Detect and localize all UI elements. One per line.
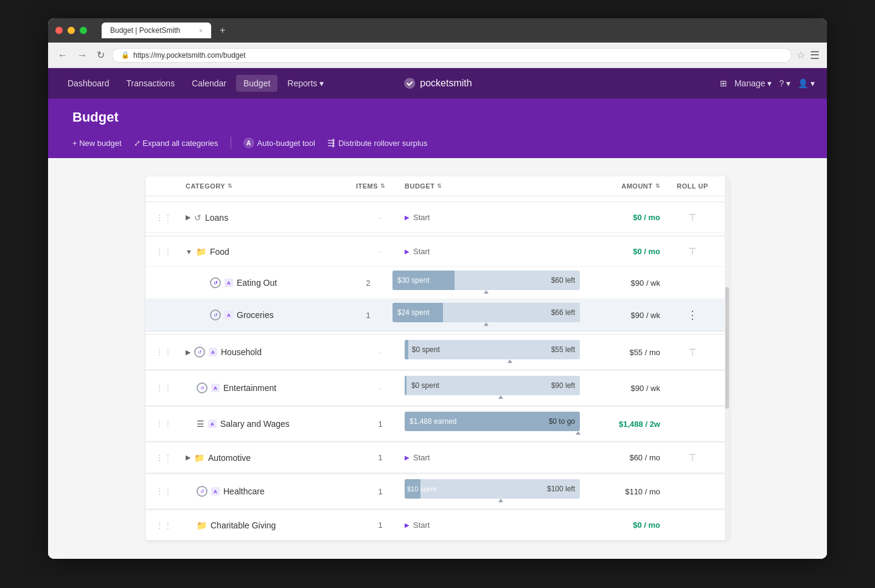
budget-sort-icon[interactable]: ⇅ bbox=[437, 183, 442, 189]
charitable-budget-col: ▶ Start bbox=[405, 518, 580, 532]
close-button[interactable] bbox=[55, 27, 63, 34]
food-budget-col: ▶ Start bbox=[405, 244, 580, 258]
entertainment-name: Entertainment bbox=[223, 383, 276, 393]
healthcare-auto-icon: ↺ bbox=[197, 486, 207, 497]
drag-handle-food[interactable]: ⋮⋮ bbox=[155, 247, 172, 257]
automotive-expand-button[interactable]: ▶ bbox=[186, 454, 190, 462]
household-expand-button[interactable]: ▶ bbox=[186, 348, 190, 356]
household-rollup-icon[interactable]: ⊤ bbox=[688, 347, 697, 358]
address-bar[interactable]: 🔒 https://my.pocketsmith.com/budget bbox=[112, 48, 792, 63]
category-sort-icon[interactable]: ⇅ bbox=[228, 183, 233, 189]
scrollbar-thumb[interactable] bbox=[725, 287, 729, 409]
forward-button[interactable]: → bbox=[75, 47, 89, 63]
automotive-rollup: ⊤ bbox=[665, 452, 720, 463]
drag-handle-salary[interactable]: ⋮⋮ bbox=[155, 419, 172, 429]
tab-close-button[interactable]: × bbox=[199, 27, 203, 34]
salary-a-icon: A bbox=[208, 420, 217, 428]
groceries-more-button[interactable]: ⋮ bbox=[687, 308, 698, 322]
minimize-button[interactable] bbox=[68, 27, 75, 34]
page-actions: + New budget ⤢ Expand all categories A A… bbox=[72, 135, 803, 158]
nav-reports[interactable]: Reports ▾ bbox=[280, 75, 331, 92]
automotive-budget-col: ▶ Start bbox=[405, 451, 580, 465]
drag-handle-entertainment[interactable]: ⋮⋮ bbox=[155, 383, 172, 393]
nav-budget[interactable]: Budget bbox=[236, 75, 277, 92]
groceries-rollup[interactable]: ⋮ bbox=[665, 308, 720, 322]
refresh-button[interactable]: ↻ bbox=[94, 47, 107, 63]
distribute-surplus-button[interactable]: ⇶ Distribute rollover surplus bbox=[327, 135, 428, 151]
page-title: Budget bbox=[72, 109, 803, 135]
healthcare-items: 1 bbox=[356, 487, 405, 496]
row-entertainment: ⋮⋮ ↺ A Entertainment - $0 spent $90 bbox=[145, 370, 730, 406]
loans-expand-button[interactable]: ▶ bbox=[186, 213, 190, 221]
nav-calendar[interactable]: Calendar bbox=[184, 75, 234, 92]
browser-window: Budget | PocketSmith × + ← → ↻ 🔒 https:/… bbox=[48, 18, 827, 559]
drag-handle-healthcare[interactable]: ⋮⋮ bbox=[155, 486, 172, 496]
fullscreen-button[interactable] bbox=[80, 27, 87, 34]
row-groceries: ↺ A Groceries 1 $24 spent $66 left bbox=[145, 299, 730, 331]
auto-budget-icon: A bbox=[243, 137, 254, 148]
loans-sync-icon: ↺ bbox=[194, 213, 201, 223]
user-button[interactable]: 👤 ▾ bbox=[798, 78, 815, 88]
loans-start-button[interactable]: ▶ Start bbox=[405, 210, 430, 224]
table-header: CATEGORY ⇅ ITEMS ⇅ BUDGET ⇅ AMOUNT ⇅ bbox=[145, 176, 730, 196]
household-rollup: ⊤ bbox=[665, 347, 720, 358]
entertainment-a-icon: A bbox=[211, 384, 220, 392]
drag-handle-automotive[interactable]: ⋮⋮ bbox=[155, 453, 172, 463]
charitable-start-button[interactable]: ▶ Start bbox=[405, 518, 430, 532]
charitable-items: 1 bbox=[356, 521, 405, 530]
drag-handle-household[interactable]: ⋮⋮ bbox=[155, 347, 172, 357]
automotive-play-icon: ▶ bbox=[405, 454, 410, 461]
back-button[interactable]: ← bbox=[55, 47, 70, 63]
help-button[interactable]: ? ▾ bbox=[779, 78, 790, 88]
groceries-name: Groceries bbox=[237, 310, 274, 320]
auto-budget-tool-button[interactable]: A Auto-budget tool bbox=[243, 135, 315, 151]
row-healthcare: ⋮⋮ ↺ A Healthcare 1 $10 spent $100 left bbox=[145, 473, 730, 509]
manage-button[interactable]: Manage ▾ bbox=[734, 78, 772, 88]
tab-title: Budget | PocketSmith bbox=[110, 26, 180, 35]
new-tab-button[interactable]: + bbox=[220, 25, 225, 36]
automotive-start-button[interactable]: ▶ Start bbox=[405, 451, 430, 465]
healthcare-category-cell: ↺ A Healthcare bbox=[186, 486, 356, 497]
app-container: Dashboard Transactions Calendar Budget R… bbox=[48, 68, 827, 559]
groceries-budget-bar: $24 spent $66 left bbox=[392, 303, 580, 327]
amount-sort-icon[interactable]: ⇅ bbox=[655, 183, 661, 189]
eating-out-auto-icon: ↺ bbox=[210, 277, 221, 288]
groceries-category: ↺ A Groceries bbox=[210, 310, 344, 320]
food-name: Food bbox=[210, 247, 229, 257]
nav-dashboard[interactable]: Dashboard bbox=[60, 75, 117, 92]
eating-out-category: ↺ A Eating Out bbox=[210, 277, 344, 288]
grid-icon-button[interactable]: ⊞ bbox=[720, 78, 727, 88]
nav-transactions[interactable]: Transactions bbox=[119, 75, 183, 92]
food-expand-button[interactable]: ▼ bbox=[186, 248, 192, 255]
food-category-cell: ▼ 📁 Food bbox=[186, 247, 356, 257]
drag-handle-loans[interactable]: ⋮⋮ bbox=[155, 213, 172, 223]
eating-out-a-icon: A bbox=[225, 278, 233, 287]
groceries-a-icon: A bbox=[225, 311, 233, 319]
food-play-icon: ▶ bbox=[405, 248, 410, 255]
automotive-rollup-icon[interactable]: ⊤ bbox=[688, 452, 697, 463]
bookmark-button[interactable]: ☆ bbox=[797, 49, 805, 61]
eating-out-left-bar: $60 left bbox=[455, 271, 580, 290]
scrollbar-track[interactable] bbox=[725, 176, 730, 541]
expand-categories-button[interactable]: ⤢ Expand all categories bbox=[134, 136, 218, 150]
food-amount: $0 / mo bbox=[580, 247, 665, 256]
eating-out-marker bbox=[484, 290, 489, 294]
food-start-button[interactable]: ▶ Start bbox=[405, 244, 430, 258]
loans-rollup: ⊤ bbox=[665, 212, 720, 223]
entertainment-budget-bar: $0 spent $90 left bbox=[405, 376, 580, 400]
th-budget: BUDGET ⇅ bbox=[405, 182, 580, 190]
new-budget-button[interactable]: + New budget bbox=[72, 136, 122, 150]
browser-menu-button[interactable]: ☰ bbox=[810, 49, 820, 62]
food-rollup-icon[interactable]: ⊤ bbox=[688, 246, 697, 257]
groceries-left-bar: $66 left bbox=[443, 303, 580, 322]
healthcare-name: Healthcare bbox=[223, 486, 265, 496]
loans-rollup-icon[interactable]: ⊤ bbox=[688, 212, 697, 223]
budget-table: CATEGORY ⇅ ITEMS ⇅ BUDGET ⇅ AMOUNT ⇅ bbox=[145, 176, 730, 541]
household-category-cell: ▶ ↺ A Household bbox=[186, 347, 356, 358]
groceries-marker bbox=[484, 322, 489, 326]
drag-handle-charitable[interactable]: ⋮⋮ bbox=[155, 521, 172, 530]
browser-tab[interactable]: Budget | PocketSmith × bbox=[102, 22, 211, 38]
loans-category-cell: ▶ ↺ Loans bbox=[186, 213, 356, 223]
charitable-play-icon: ▶ bbox=[405, 522, 410, 528]
items-sort-icon[interactable]: ⇅ bbox=[380, 183, 386, 189]
